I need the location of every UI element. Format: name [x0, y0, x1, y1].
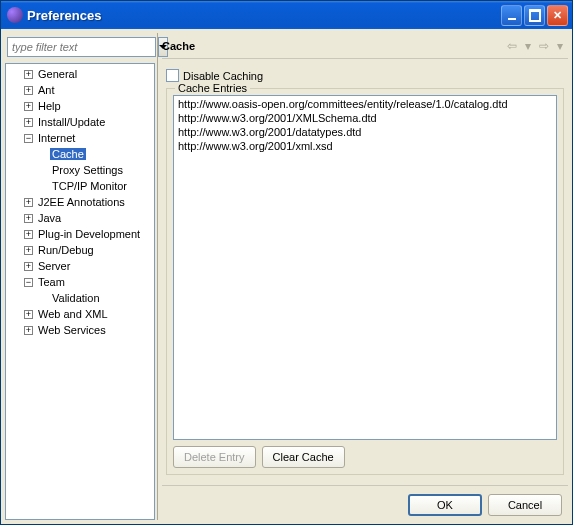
window-buttons — [501, 5, 568, 26]
cache-entries-fieldset: Cache Entries http://www.oasis-open.org/… — [166, 88, 564, 475]
minimize-button[interactable] — [501, 5, 522, 26]
expand-icon[interactable]: + — [24, 214, 33, 223]
filter-input[interactable] — [7, 37, 156, 57]
titlebar: Preferences — [1, 1, 572, 29]
app-icon — [7, 7, 23, 23]
delete-entry-button[interactable]: Delete Entry — [173, 446, 256, 468]
expand-icon[interactable]: + — [24, 262, 33, 271]
tree-item[interactable]: +Java — [6, 210, 154, 226]
tree-item[interactable]: +Web Services — [6, 322, 154, 338]
expander-spacer — [38, 294, 47, 303]
tree-item-label: Ant — [36, 84, 57, 96]
tree-item-label: Proxy Settings — [50, 164, 125, 176]
tree-item-label: Internet — [36, 132, 77, 144]
tree-item[interactable]: −Team — [6, 274, 154, 290]
nav-back-icon[interactable]: ⇦ — [504, 38, 520, 54]
ok-button[interactable]: OK — [408, 494, 482, 516]
tree-item-label: Server — [36, 260, 72, 272]
tree-item[interactable]: +Help — [6, 98, 154, 114]
tree-item-label: Run/Debug — [36, 244, 96, 256]
cancel-button[interactable]: Cancel — [488, 494, 562, 516]
tree-item[interactable]: +Web and XML — [6, 306, 154, 322]
tree-item-label: Web Services — [36, 324, 108, 336]
close-button[interactable] — [547, 5, 568, 26]
maximize-button[interactable] — [524, 5, 545, 26]
tree-item-label: General — [36, 68, 79, 80]
window-title: Preferences — [27, 8, 501, 23]
expander-spacer — [38, 150, 47, 159]
tree-item[interactable]: −Internet — [6, 130, 154, 146]
disable-caching-checkbox[interactable] — [166, 69, 179, 82]
clear-cache-button[interactable]: Clear Cache — [262, 446, 345, 468]
tree-item[interactable]: +General — [6, 66, 154, 82]
tree-item-label: Cache — [50, 148, 86, 160]
expand-icon[interactable]: + — [24, 86, 33, 95]
right-pane: Cache ⇦ ▾ ⇨ ▾ Disable Caching Cache Entr… — [157, 33, 568, 520]
entry-buttons: Delete Entry Clear Cache — [173, 446, 557, 468]
tree-item-label: Help — [36, 100, 63, 112]
tree-item[interactable]: +Ant — [6, 82, 154, 98]
cache-entry[interactable]: http://www.w3.org/2001/xml.xsd — [178, 140, 552, 154]
page-title: Cache — [162, 40, 504, 52]
expand-icon[interactable]: + — [24, 70, 33, 79]
tree-item-label: Install/Update — [36, 116, 107, 128]
expand-icon[interactable]: + — [24, 246, 33, 255]
collapse-icon[interactable]: − — [24, 278, 33, 287]
disable-caching-label: Disable Caching — [183, 70, 263, 82]
nav-forward-icon[interactable]: ⇨ — [536, 38, 552, 54]
cache-entry[interactable]: http://www.w3.org/2001/XMLSchema.dtd — [178, 112, 552, 126]
tree-item-label: Team — [36, 276, 67, 288]
cache-entries-legend: Cache Entries — [175, 82, 250, 94]
cache-entries-listbox[interactable]: http://www.oasis-open.org/committees/ent… — [173, 95, 557, 440]
expand-icon[interactable]: + — [24, 310, 33, 319]
nav-dd-icon[interactable]: ▾ — [520, 38, 536, 54]
expand-icon[interactable]: + — [24, 102, 33, 111]
expand-icon[interactable]: + — [24, 118, 33, 127]
nav-dd2-icon[interactable]: ▾ — [552, 38, 568, 54]
preferences-tree[interactable]: +General+Ant+Help+Install/Update−Interne… — [5, 63, 155, 520]
page-header: Cache ⇦ ▾ ⇨ ▾ — [162, 33, 568, 59]
tree-item[interactable]: +Server — [6, 258, 154, 274]
tree-item[interactable]: Proxy Settings — [6, 162, 154, 178]
expand-icon[interactable]: + — [24, 198, 33, 207]
tree-item-label: Java — [36, 212, 63, 224]
expand-icon[interactable]: + — [24, 230, 33, 239]
tree-item[interactable]: +Install/Update — [6, 114, 154, 130]
tree-item[interactable]: TCP/IP Monitor — [6, 178, 154, 194]
tree-item[interactable]: Cache — [6, 146, 154, 162]
tree-item[interactable]: Validation — [6, 290, 154, 306]
cache-entry[interactable]: http://www.oasis-open.org/committees/ent… — [178, 98, 552, 112]
tree-item-label: TCP/IP Monitor — [50, 180, 129, 192]
expander-spacer — [38, 182, 47, 191]
dialog-footer: OK Cancel — [162, 485, 568, 520]
left-pane: +General+Ant+Help+Install/Update−Interne… — [5, 33, 155, 520]
tree-item-label: Plug-in Development — [36, 228, 142, 240]
content: +General+Ant+Help+Install/Update−Interne… — [1, 29, 572, 524]
tree-item[interactable]: +Plug-in Development — [6, 226, 154, 242]
expander-spacer — [38, 166, 47, 175]
cache-entry[interactable]: http://www.w3.org/2001/datatypes.dtd — [178, 126, 552, 140]
expand-icon[interactable]: + — [24, 326, 33, 335]
filter-row — [5, 33, 155, 59]
tree-item[interactable]: +J2EE Annotations — [6, 194, 154, 210]
tree-item-label: Validation — [50, 292, 102, 304]
tree-item-label: Web and XML — [36, 308, 110, 320]
tree-item-label: J2EE Annotations — [36, 196, 127, 208]
collapse-icon[interactable]: − — [24, 134, 33, 143]
tree-item[interactable]: +Run/Debug — [6, 242, 154, 258]
